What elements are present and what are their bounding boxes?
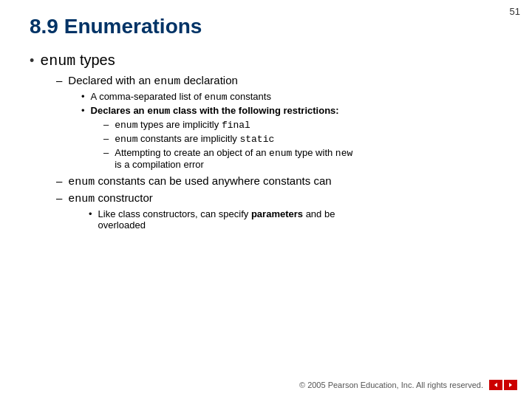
sub-dash-3: – Attempting to create an object of an e… (103, 147, 502, 170)
svg-marker-1 (509, 383, 512, 387)
sub-bullet-1: • A comma-separated list of enum constan… (81, 91, 502, 103)
svg-marker-0 (494, 383, 497, 387)
sub-dash-text-2: enum constants are implicitly static (115, 133, 274, 145)
sub-marker-3: • (89, 208, 92, 219)
sub-dash-marker-3: – (103, 147, 109, 158)
slide-title: 8.9 Enumerations (30, 15, 502, 38)
nav-buttons[interactable] (489, 380, 517, 390)
l2-text-2: enum constants can be used anywhere cons… (68, 174, 331, 188)
sub-text-3: Like class constructors, can specify par… (98, 208, 335, 231)
sub-text-2: Declares an enum class with the followin… (91, 105, 339, 117)
dash-marker-2: – (56, 174, 62, 187)
bullet-marker: • (30, 53, 34, 69)
sub-marker-2: • (81, 105, 85, 116)
sub-dash-text-3: Attempting to create an object of an enu… (115, 147, 352, 170)
l2-text-1: Declared with an enum declaration (68, 74, 237, 88)
l2-item-constants: – enum constants can be used anywhere co… (56, 174, 502, 188)
sub-dash-1: – enum types are implicitly final (103, 119, 502, 131)
slide-content: 8.9 Enumerations • enum types – Declared… (0, 0, 532, 248)
sub-dash-2: – enum constants are implicitly static (103, 133, 502, 145)
dash-marker-3: – (56, 191, 62, 204)
sub-dash-text-1: enum types are implicitly final (115, 119, 250, 131)
sub-bullet-constructor: • Like class constructors, can specify p… (89, 208, 502, 231)
l2-item-declared: – Declared with an enum declaration (56, 74, 502, 88)
sub-marker-1: • (81, 91, 85, 102)
l1-bullet: • enum types (30, 52, 502, 69)
sub-dash-marker-2: – (103, 133, 109, 144)
next-button[interactable] (504, 380, 517, 390)
sub-text-1: A comma-separated list of enum constants (91, 91, 271, 103)
l1-bullet-text: enum types (40, 52, 115, 69)
l2-item-constructor: – enum constructor (56, 191, 502, 205)
page-number: 51 (510, 6, 520, 17)
prev-button[interactable] (489, 380, 502, 390)
dash-marker-1: – (56, 74, 62, 86)
footer: © 2005 Pearson Education, Inc. All right… (299, 380, 517, 390)
footer-text: © 2005 Pearson Education, Inc. All right… (299, 381, 483, 389)
sub-bullet-2: • Declares an enum class with the follow… (81, 105, 502, 117)
l2-text-3: enum constructor (68, 191, 152, 205)
sub-dash-marker-1: – (103, 119, 109, 130)
